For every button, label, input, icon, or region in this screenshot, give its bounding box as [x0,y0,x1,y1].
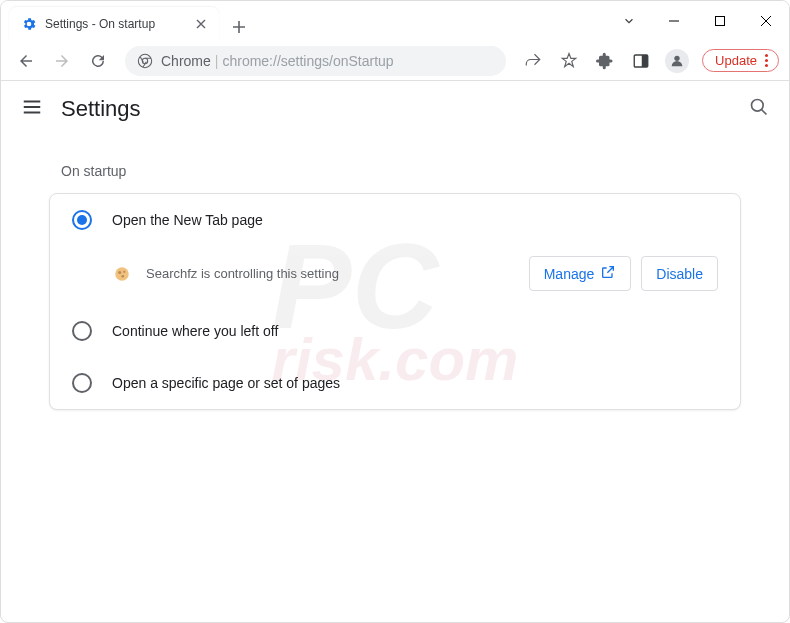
extension-badge-icon [112,264,132,284]
menu-dots-icon [765,54,768,67]
radio-unselected-icon[interactable] [72,373,92,393]
omnibox-path: chrome://settings/onStartup [222,53,393,69]
browser-tab[interactable]: Settings - On startup [9,7,219,41]
svg-rect-0 [716,17,725,26]
tab-title: Settings - On startup [45,17,185,31]
share-icon[interactable] [518,46,548,76]
avatar-icon [665,49,689,73]
omnibox-origin: Chrome [161,53,211,69]
radio-label: Open the New Tab page [112,212,263,228]
back-button[interactable] [11,46,41,76]
radio-label: Open a specific page or set of pages [112,375,340,391]
extensions-icon[interactable] [590,46,620,76]
profile-button[interactable] [662,46,692,76]
minimize-button[interactable] [651,1,697,41]
close-tab-icon[interactable] [193,16,209,32]
maximize-button[interactable] [697,1,743,41]
radio-option-new-tab[interactable]: Open the New Tab page [50,194,740,246]
radio-selected-icon[interactable] [72,210,92,230]
reload-button[interactable] [83,46,113,76]
svg-point-6 [752,100,764,112]
omnibox-text: Chrome|chrome://settings/onStartup [161,53,394,69]
bookmark-icon[interactable] [554,46,584,76]
radio-label: Continue where you left off [112,323,278,339]
forward-button[interactable] [47,46,77,76]
manage-button[interactable]: Manage [529,256,632,291]
svg-point-9 [123,270,125,272]
svg-point-10 [121,274,124,277]
settings-header: Settings [1,81,789,137]
omnibox[interactable]: Chrome|chrome://settings/onStartup [125,46,506,76]
svg-rect-4 [642,55,648,67]
radio-unselected-icon[interactable] [72,321,92,341]
update-button[interactable]: Update [702,49,779,72]
svg-point-8 [118,271,121,274]
extension-control-notice: Searchfz is controlling this setting Man… [50,246,740,305]
titlebar: Settings - On startup [1,1,789,41]
section-label: On startup [61,163,729,179]
new-tab-button[interactable] [225,13,253,41]
chevron-down-icon[interactable] [607,1,651,41]
svg-point-1 [138,54,151,67]
menu-icon[interactable] [21,96,43,122]
search-icon[interactable] [749,97,769,121]
extension-notice-text: Searchfz is controlling this setting [146,266,515,281]
disable-button[interactable]: Disable [641,256,718,291]
svg-point-7 [115,267,129,281]
external-link-icon [600,264,616,283]
content: On startup Open the New Tab page Searchf… [1,137,789,422]
toolbar: Chrome|chrome://settings/onStartup Updat… [1,41,789,81]
manage-label: Manage [544,266,595,282]
close-window-button[interactable] [743,1,789,41]
gear-icon [21,16,37,32]
chrome-icon [137,53,153,69]
radio-option-specific-pages[interactable]: Open a specific page or set of pages [50,357,740,409]
sidepanel-icon[interactable] [626,46,656,76]
startup-options-card: Open the New Tab page Searchfz is contro… [49,193,741,410]
update-label: Update [715,53,757,68]
svg-point-5 [674,55,679,60]
disable-label: Disable [656,266,703,282]
page-title: Settings [61,96,141,122]
radio-option-continue[interactable]: Continue where you left off [50,305,740,357]
window-controls [607,1,789,41]
